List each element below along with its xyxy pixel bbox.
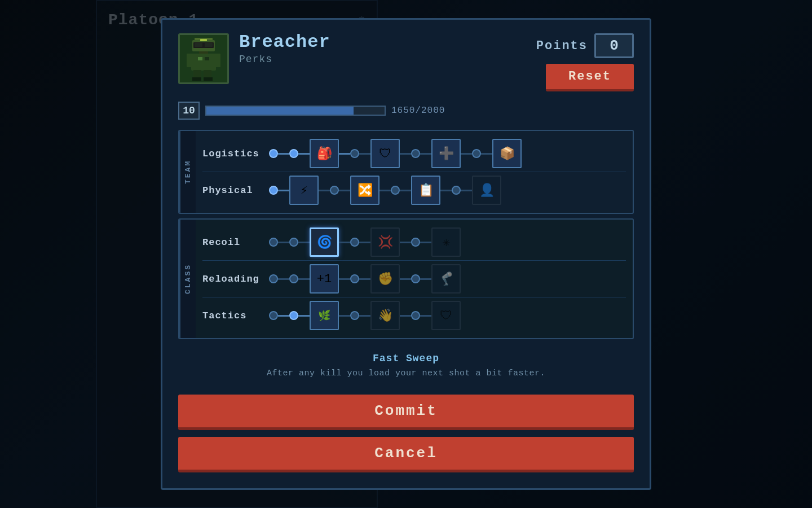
- connector: [359, 278, 370, 280]
- node[interactable]: [411, 149, 420, 158]
- node[interactable]: [350, 311, 359, 320]
- svg-rect-22: [195, 43, 202, 47]
- physical-perk-4[interactable]: 👤: [472, 176, 501, 205]
- connector: [420, 153, 431, 155]
- node[interactable]: [350, 149, 359, 158]
- character-subtitle: Perks: [239, 54, 536, 65]
- recoil-chain: 🌀 💢 ✳: [269, 227, 626, 257]
- physical-label: Physical: [202, 185, 264, 196]
- class-label: CLASS: [179, 220, 196, 338]
- node[interactable]: [289, 149, 298, 158]
- character-info: Breacher Perks: [239, 33, 536, 65]
- connector: [461, 153, 472, 155]
- connector: [420, 278, 431, 280]
- svg-rect-32: [204, 77, 213, 81]
- tactics-perk-1[interactable]: 🌿: [310, 301, 339, 330]
- connector: [400, 278, 411, 280]
- connector: [298, 278, 310, 280]
- node[interactable]: [269, 186, 278, 195]
- node[interactable]: [330, 186, 339, 195]
- perk-info-name: Fast Sweep: [184, 353, 628, 364]
- node[interactable]: [269, 311, 278, 320]
- physical-perk-2[interactable]: 🔀: [350, 176, 379, 205]
- recoil-label: Recoil: [202, 237, 264, 248]
- reloading-label: Reloading: [202, 274, 264, 284]
- connector: [298, 315, 310, 317]
- recoil-perk-3[interactable]: ✳: [431, 227, 461, 257]
- reloading-perk-1[interactable]: +1: [310, 264, 339, 294]
- node[interactable]: [472, 149, 481, 158]
- tactics-perk-3[interactable]: 🛡: [431, 301, 461, 330]
- connector: [400, 190, 411, 191]
- reloading-perk-2[interactable]: ✊: [370, 264, 400, 294]
- logistics-perk-3[interactable]: ➕: [431, 139, 461, 168]
- node[interactable]: [411, 274, 420, 283]
- reloading-row: Reloading +1 ✊: [202, 260, 626, 297]
- points-row: Points 0: [536, 33, 634, 58]
- node[interactable]: [411, 311, 420, 320]
- xp-bar-fill: [206, 107, 354, 115]
- svg-rect-26: [191, 54, 216, 71]
- connector: [400, 315, 411, 317]
- action-buttons: Commit Cancel: [178, 395, 634, 472]
- connector: [278, 190, 289, 191]
- logistics-perk-4[interactable]: 📦: [492, 139, 522, 168]
- xp-bar-container: [205, 106, 386, 116]
- connector: [278, 153, 289, 155]
- points-label: Points: [536, 39, 588, 53]
- svg-rect-27: [187, 54, 192, 67]
- tactics-chain: 🌿 👋 🛡: [269, 301, 626, 330]
- connector: [339, 242, 350, 243]
- modal-overlay: Breacher Perks Points 0 Reset 10 1650/20…: [0, 0, 812, 508]
- tactics-row: Tactics 🌿 👋: [202, 297, 626, 334]
- connector: [298, 153, 310, 155]
- node[interactable]: [289, 311, 298, 320]
- node[interactable]: [289, 238, 298, 247]
- character-avatar: [178, 33, 229, 84]
- connector: [339, 190, 350, 191]
- class-skill-section: CLASS Recoil 🌀: [178, 218, 634, 339]
- node[interactable]: [289, 274, 298, 283]
- connector: [278, 278, 289, 280]
- physical-perk-3[interactable]: 📋: [411, 176, 440, 205]
- connector: [420, 242, 431, 243]
- recoil-row: Recoil 🌀 💢: [202, 224, 626, 260]
- connector: [359, 153, 370, 155]
- node[interactable]: [391, 186, 400, 195]
- points-value: 0: [594, 33, 634, 58]
- reset-button[interactable]: Reset: [546, 64, 634, 91]
- character-name: Breacher: [239, 33, 536, 51]
- connector: [400, 153, 411, 155]
- node[interactable]: [411, 238, 420, 247]
- node[interactable]: [269, 238, 278, 247]
- cancel-button[interactable]: Cancel: [178, 437, 634, 472]
- physical-perk-1[interactable]: ⚡: [289, 176, 319, 205]
- reloading-chain: +1 ✊ 🦿: [269, 264, 626, 294]
- commit-button[interactable]: Commit: [178, 395, 634, 430]
- node[interactable]: [350, 238, 359, 247]
- connector: [319, 190, 330, 191]
- logistics-chain: 🎒 🛡 ➕ 📦: [269, 139, 626, 168]
- recoil-perk-1-selected[interactable]: 🌀: [310, 227, 339, 257]
- connector: [440, 190, 452, 191]
- connector: [339, 278, 350, 280]
- node[interactable]: [269, 274, 278, 283]
- modal-header: Breacher Perks Points 0 Reset: [178, 33, 634, 91]
- connector: [339, 153, 350, 155]
- svg-rect-31: [192, 77, 201, 81]
- svg-rect-24: [200, 39, 207, 41]
- recoil-perk-2[interactable]: 💢: [370, 227, 400, 257]
- connector: [278, 315, 289, 317]
- logistics-perk-1[interactable]: 🎒: [310, 139, 339, 168]
- connector: [339, 315, 350, 317]
- reloading-perk-3[interactable]: 🦿: [431, 264, 461, 294]
- logistics-perk-2[interactable]: 🛡: [370, 139, 400, 168]
- node[interactable]: [350, 274, 359, 283]
- node[interactable]: [452, 186, 461, 195]
- tactics-perk-2[interactable]: 👋: [370, 301, 400, 330]
- physical-chain: ⚡ 🔀 📋 👤: [269, 176, 626, 205]
- logistics-label: Logistics: [202, 148, 264, 159]
- connector: [481, 153, 492, 155]
- node[interactable]: [269, 149, 278, 158]
- perks-modal: Breacher Perks Points 0 Reset 10 1650/20…: [161, 18, 651, 490]
